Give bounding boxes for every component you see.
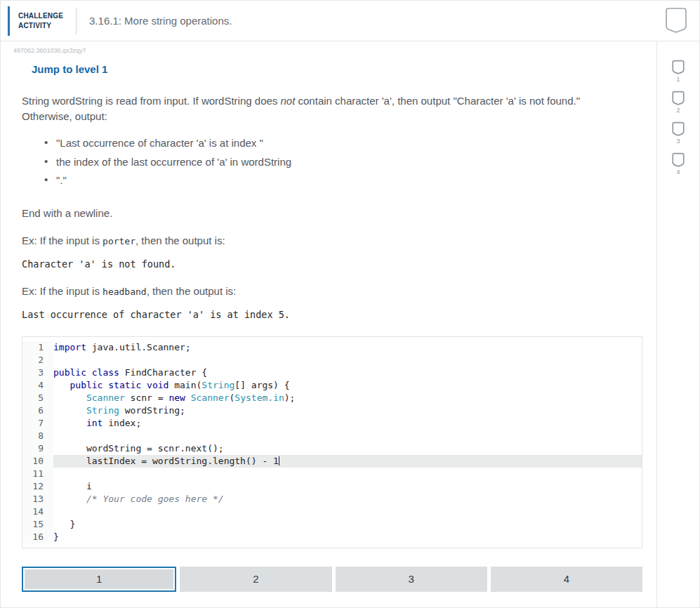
- line-number: 12: [22, 480, 53, 493]
- progress-shield-icon: [672, 91, 685, 105]
- code-line[interactable]: 13 /* Your code goes here */: [22, 493, 642, 505]
- example-2-output: Last occurrence of character 'a' is at i…: [22, 309, 656, 320]
- level-tabs: 1 2 3 4: [22, 567, 642, 592]
- line-number: 14: [22, 505, 53, 518]
- bullet-item: ".": [44, 173, 656, 187]
- code-editor[interactable]: 1import java.util.Scanner;23public class…: [22, 336, 642, 548]
- level-tab-2[interactable]: 2: [180, 567, 331, 592]
- code-line[interactable]: 7 int index;: [22, 417, 642, 430]
- progress-step-number: 1: [676, 76, 680, 83]
- progress-step-2: 2: [672, 91, 685, 114]
- progress-step-4: 4: [672, 152, 685, 176]
- code-line-text[interactable]: import java.util.Scanner;: [53, 341, 642, 354]
- example-2-prefix: Ex: If the input is: [22, 285, 103, 297]
- code-line[interactable]: 2: [22, 354, 642, 366]
- progress-rail: 1 2 3 4: [656, 41, 699, 607]
- code-line[interactable]: 6 String wordString;: [22, 404, 642, 417]
- line-number: 4: [22, 379, 53, 392]
- code-line[interactable]: 10 lastIndex = wordString.length() - 1: [22, 455, 642, 468]
- progress-step-1: 1: [672, 60, 685, 83]
- line-number: 13: [22, 493, 53, 505]
- line-number: 6: [22, 404, 53, 417]
- progress-shield-icon: [672, 60, 685, 74]
- header-divider: [76, 8, 77, 34]
- line-number: 7: [22, 417, 53, 430]
- example-1: Ex: If the input is porter, then the out…: [22, 234, 656, 246]
- code-line-text[interactable]: public class FindCharacter {: [53, 366, 642, 379]
- problem-text-italic: not: [281, 95, 296, 107]
- code-line-text[interactable]: [53, 468, 642, 480]
- code-line-text[interactable]: int index;: [53, 417, 642, 430]
- progress-step-3: 3: [672, 121, 685, 145]
- line-number: 3: [22, 366, 53, 379]
- bullet-item: "Last occurrence of character 'a' is at …: [44, 136, 656, 150]
- code-line[interactable]: 3public class FindCharacter {: [22, 366, 642, 379]
- progress-step-number: 3: [676, 138, 680, 145]
- code-line-text[interactable]: lastIndex = wordString.length() - 1: [53, 455, 642, 468]
- line-number: 2: [22, 354, 53, 366]
- line-number: 16: [22, 531, 53, 543]
- code-line[interactable]: 5 Scanner scnr = new Scanner(System.in);: [22, 392, 642, 404]
- line-number: 1: [22, 341, 53, 354]
- code-line-text[interactable]: Scanner scnr = new Scanner(System.in);: [53, 392, 642, 404]
- activity-id: 497062.3601036.qx3zqy7: [13, 47, 656, 54]
- code-line[interactable]: 8: [22, 430, 642, 442]
- activity-title: 3.16.1: More string operations.: [89, 15, 666, 27]
- code-line[interactable]: 12 i: [22, 480, 642, 493]
- challenge-activity-page: CHALLENGE ACTIVITY 3.16.1: More string o…: [0, 0, 700, 608]
- code-line-text[interactable]: [53, 505, 642, 518]
- example-2-suffix: , then the output is:: [147, 285, 237, 297]
- output-bullet-list: "Last occurrence of character 'a' is at …: [44, 136, 656, 187]
- bullet-item: the index of the last occurrence of 'a' …: [44, 155, 656, 169]
- code-line[interactable]: 15 }: [22, 518, 642, 531]
- code-editor-lines: 1import java.util.Scanner;23public class…: [22, 341, 642, 543]
- line-number: 8: [22, 430, 53, 442]
- problem-text-1: String wordString is read from input. If…: [22, 95, 281, 107]
- code-line[interactable]: 11: [22, 468, 642, 480]
- progress-step-number: 4: [676, 168, 680, 176]
- code-line[interactable]: 9 wordString = scnr.next();: [22, 442, 642, 455]
- example-1-prefix: Ex: If the input is: [22, 234, 103, 246]
- line-number: 5: [22, 392, 53, 404]
- text-cursor: [279, 456, 279, 465]
- code-line[interactable]: 4 public static void main(String[] args)…: [22, 379, 642, 392]
- progress-shield-icon: [672, 121, 685, 136]
- code-line-text[interactable]: [53, 354, 642, 366]
- code-line[interactable]: 1import java.util.Scanner;: [22, 341, 642, 354]
- code-line-text[interactable]: wordString = scnr.next();: [53, 442, 642, 455]
- example-1-output: Character 'a' is not found.: [22, 258, 656, 270]
- code-line-text[interactable]: [53, 430, 642, 442]
- line-number: 15: [22, 518, 53, 531]
- progress-step-number: 2: [676, 107, 680, 114]
- code-line[interactable]: 14: [22, 505, 642, 518]
- jump-to-level-link[interactable]: Jump to level 1: [32, 63, 107, 75]
- code-line-text[interactable]: i: [53, 480, 642, 493]
- line-number: 11: [22, 468, 53, 480]
- activity-accent-bar: [8, 6, 10, 36]
- line-number: 9: [22, 442, 53, 455]
- trophy-shield-icon: [666, 7, 687, 35]
- level-tab-1[interactable]: 1: [22, 567, 176, 592]
- progress-shield-icon: [672, 152, 685, 167]
- example-2-input: headband: [103, 286, 147, 297]
- header: CHALLENGE ACTIVITY 3.16.1: More string o…: [1, 1, 699, 41]
- example-2: Ex: If the input is headband, then the o…: [22, 285, 656, 297]
- main-area: 497062.3601036.qx3zqy7 Jump to level 1 S…: [1, 41, 699, 607]
- code-line-text[interactable]: String wordString;: [53, 404, 642, 417]
- problem-statement: String wordString is read from input. If…: [22, 93, 628, 124]
- code-line-text[interactable]: }: [53, 531, 642, 543]
- content-column: 497062.3601036.qx3zqy7 Jump to level 1 S…: [1, 41, 656, 607]
- level-tab-4[interactable]: 4: [491, 567, 642, 592]
- newline-note: End with a newline.: [22, 207, 656, 219]
- code-line-text[interactable]: /* Your code goes here */: [53, 493, 642, 505]
- code-line[interactable]: 16}: [22, 531, 642, 543]
- line-number: 10: [22, 455, 53, 468]
- example-1-input: porter: [103, 236, 136, 246]
- level-tab-3[interactable]: 3: [336, 567, 487, 592]
- activity-type-badge: CHALLENGE ACTIVITY: [18, 11, 63, 30]
- code-line-text[interactable]: }: [53, 518, 642, 531]
- example-1-suffix: , then the output is:: [136, 234, 225, 246]
- badge-line-2: ACTIVITY: [18, 21, 63, 31]
- badge-line-1: CHALLENGE: [18, 11, 63, 21]
- code-line-text[interactable]: public static void main(String[] args) {: [53, 379, 642, 392]
